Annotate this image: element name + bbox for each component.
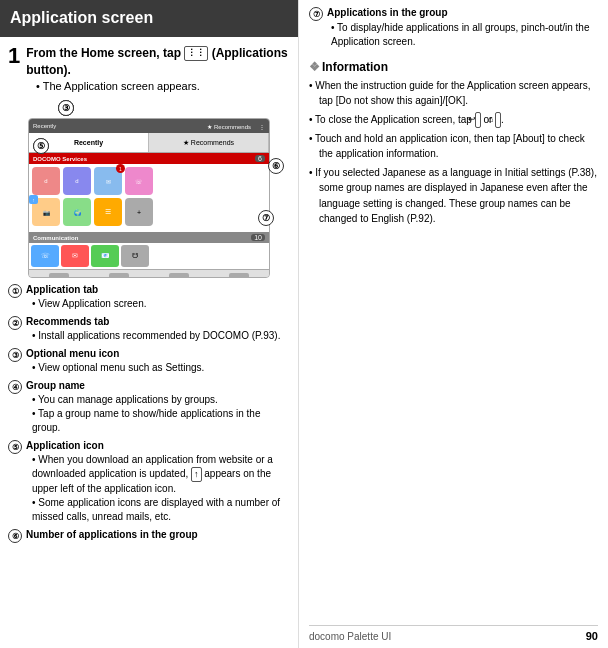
desc-item-2: ② Recommends tab Install applications re… xyxy=(8,315,290,343)
page-title: Application screen xyxy=(0,0,298,37)
footer-page: 90 xyxy=(586,630,598,642)
desc-item-3: ③ Optional menu icon View optional menu … xyxy=(8,347,290,375)
desc-num-3: ③ xyxy=(8,348,22,362)
desc-text-3: Optional menu icon View optional menu su… xyxy=(26,347,204,375)
desc-text-6: Number of applications in the group xyxy=(26,528,198,542)
desc-text-5: Application icon When you download an ap… xyxy=(26,439,290,524)
desc-num-1: ① xyxy=(8,284,22,298)
label-3: ③ xyxy=(58,100,74,116)
step-title: From the Home screen, tap ⋮⋮ (Applicatio… xyxy=(8,45,290,79)
page: Application screen 1 From the Home scree… xyxy=(0,0,608,648)
left-column: Application screen 1 From the Home scree… xyxy=(0,0,298,648)
info-header: Information xyxy=(309,60,598,74)
right-text-7: Applications in the group To display/hid… xyxy=(327,6,598,50)
footer-brand: docomo Palette UI xyxy=(309,631,391,642)
desc-num-4: ④ xyxy=(8,380,22,394)
desc-text-4: Group name You can manage applications b… xyxy=(26,379,290,435)
step-1-section: 1 From the Home screen, tap ⋮⋮ (Applicat… xyxy=(0,37,298,97)
desc-num-2: ② xyxy=(8,316,22,330)
phone-screen: Recently ★ Recommends ⋮ Recently ★ Recom… xyxy=(28,118,270,278)
desc-item-5: ⑤ Application icon When you download an … xyxy=(8,439,290,524)
step-number: 1 xyxy=(8,45,20,67)
desc-text-2: Recommends tab Install applications reco… xyxy=(26,315,280,343)
info-section: Information When the instruction guide f… xyxy=(309,60,598,230)
desc-num-6: ⑥ xyxy=(8,529,22,543)
desc-item-6: ⑥ Number of applications in the group xyxy=(8,528,290,543)
right-num-7: ⑦ xyxy=(309,7,323,21)
desc-text-1: Application tab View Application screen. xyxy=(26,283,147,311)
label-7: ⑦ xyxy=(258,210,274,226)
title-text: Application screen xyxy=(10,9,153,26)
page-footer: docomo Palette UI 90 xyxy=(309,625,598,642)
desc-num-5: ⑤ xyxy=(8,440,22,454)
phone-screenshot: ① ② ③ Recently ★ Recommends ⋮ Recently ★… xyxy=(28,100,270,275)
right-column: ⑦ Applications in the group To display/h… xyxy=(298,0,608,648)
desc-item-1: ① Application tab View Application scree… xyxy=(8,283,290,311)
step-desc: The Application screen appears. xyxy=(8,80,290,92)
info-body: When the instruction guide for the Appli… xyxy=(309,78,598,227)
right-item-7: ⑦ Applications in the group To display/h… xyxy=(309,6,598,50)
label-6: ⑥ xyxy=(268,158,284,174)
step-desc-item: The Application screen appears. xyxy=(36,80,290,92)
desc-item-4: ④ Group name You can manage applications… xyxy=(8,379,290,435)
description-list: ① Application tab View Application scree… xyxy=(0,279,298,551)
